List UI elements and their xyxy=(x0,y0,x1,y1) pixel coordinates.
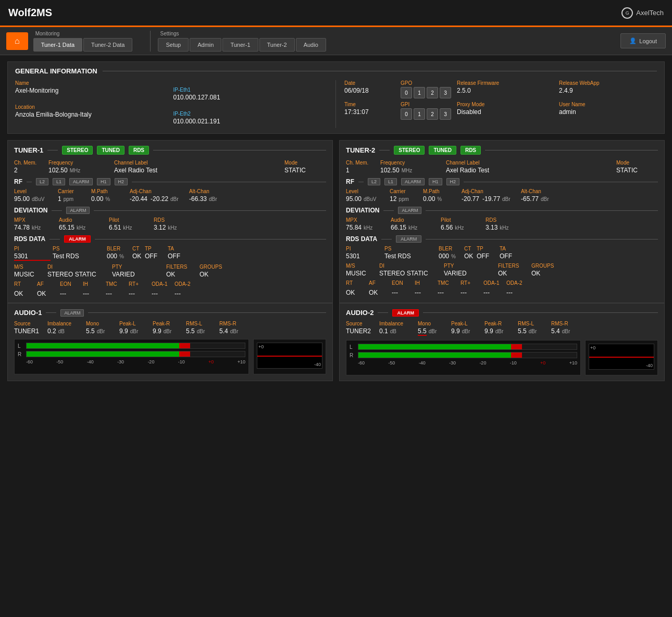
tab-tuner2-data[interactable]: Tuner-2 Data xyxy=(83,38,132,52)
brand: G AxelTech xyxy=(621,7,664,19)
t1-mode-value: STATIC xyxy=(284,167,326,174)
settings-tabs: Setup Admin Tuner-1 Tuner-2 Audio xyxy=(158,38,326,52)
t2-pilot-unit: kHz xyxy=(455,225,464,231)
t1-ta-label: TA xyxy=(168,246,189,251)
t1-tp-value: OFF xyxy=(145,253,166,260)
t1-pilot-value: 6.51 xyxy=(109,224,121,231)
t2-mpx-unit: kHz xyxy=(364,225,372,231)
gpo-btn-3[interactable]: 3 xyxy=(440,87,451,98)
t1-rds-alarm-badge: ALARM xyxy=(64,235,91,243)
tab-setup[interactable]: Setup xyxy=(158,38,189,52)
a2-peakl-value: 9.9 xyxy=(451,328,460,335)
gpi-btn-2[interactable]: 2 xyxy=(427,108,438,120)
t2-pi-label: PI xyxy=(346,246,382,251)
audio1-line2 xyxy=(88,312,326,313)
tuner2-tuned-badge: TUNED xyxy=(429,146,456,155)
audio1-r-track xyxy=(26,351,245,357)
t1-freq-label: Frequency xyxy=(48,160,111,166)
a2-imbal-label: Imbalance xyxy=(379,321,416,326)
t2-rtplus-label: RT+ xyxy=(461,280,481,286)
tuner2-rds-row3: RT AF EON IH TMC RT+ ODA-1 ODA-2 xyxy=(346,280,658,287)
t2-groups-value: OK xyxy=(531,270,563,277)
gpo-btn-0[interactable]: 0 xyxy=(401,87,412,98)
tab-tuner2[interactable]: Tuner-2 xyxy=(259,38,295,52)
t2-adjchan-unit: dBr xyxy=(502,196,511,202)
brand-name: AxelTech xyxy=(636,9,664,17)
name-value: Axel-Monitoring xyxy=(15,87,169,101)
home-button[interactable]: ⌂ xyxy=(6,32,28,50)
tab-tuner1[interactable]: Tuner-1 xyxy=(222,38,258,52)
audio1-l-alarm xyxy=(179,343,190,348)
t1-ct-label: CT xyxy=(132,246,143,251)
tab-audio[interactable]: Audio xyxy=(296,38,326,52)
tab-admin[interactable]: Admin xyxy=(190,38,221,52)
audio1-l-bar: L xyxy=(18,343,245,349)
t2-rf-line1 xyxy=(358,182,364,182)
t2-adjchan-label: Adj-Chan xyxy=(462,188,519,194)
tuner1-rds-row1: PI 5301 PS Test RDS BLER 000 % CT OK xyxy=(14,246,326,261)
t2-rf-h1: H1 xyxy=(429,178,442,185)
t2-oda2-value: --- xyxy=(506,289,527,296)
gpi-btn-1[interactable]: 1 xyxy=(414,108,425,120)
t1-eon-label: EON xyxy=(60,281,81,287)
audio1-r-label: R xyxy=(18,351,24,357)
a2-peakr-label: Peak-R xyxy=(484,321,516,326)
audio1-meters: L R -60 xyxy=(14,339,326,374)
t1-dev-title: DEVIATION xyxy=(14,207,47,214)
a2-source-label: Source xyxy=(346,321,377,326)
t1-carrier-value: 1 xyxy=(58,195,61,203)
a2-rmsr-label: RMS-R xyxy=(551,321,582,326)
t2-eon-value: --- xyxy=(392,289,413,296)
audio2-r-track xyxy=(358,352,577,358)
a2-rmsl-label: RMS-L xyxy=(518,321,549,326)
t1-freq-unit: MHz xyxy=(70,168,81,173)
audio1-peak-track: +0 -40 xyxy=(257,343,322,369)
tab-tuner1-data[interactable]: Tuner-1 Data xyxy=(33,38,82,52)
audio2-l-label: L xyxy=(350,344,356,350)
ip-eth1-label: IP-Eth1 xyxy=(173,87,328,93)
audio1-peak-minus40: -40 xyxy=(314,362,321,367)
t1-rds-line2 xyxy=(95,239,326,240)
t1-pi-value: 5301 xyxy=(14,253,51,261)
audio-grid: AUDIO-1 ALARM Source TUNER1 Imbalance 0.… xyxy=(7,303,665,381)
t2-filters-value: OK xyxy=(498,270,529,277)
t2-tp-value: OFF xyxy=(477,253,497,260)
gpi-buttons: 0 1 2 3 xyxy=(401,108,453,120)
t2-rf-title: RF xyxy=(346,178,354,185)
a1-peakr-value: 9.9 xyxy=(153,328,161,335)
gpi-btn-0[interactable]: 0 xyxy=(401,108,412,120)
gi-right-row2: Time 17:31:07 GPI 0 1 2 3 Proxy Mode xyxy=(344,102,657,120)
t2-rds-line1 xyxy=(381,239,392,240)
audio1-alarm-badge: ALARM xyxy=(60,309,84,317)
gi-right-row1: Date 06/09/18 GPO 0 1 2 3 Release Firm xyxy=(344,80,657,98)
t1-chlabel-value: Axel Radio Test xyxy=(114,167,281,174)
t2-mpath-unit: % xyxy=(437,196,442,202)
gpo-label: GPO xyxy=(401,80,453,86)
t2-pilot-label: Pilot xyxy=(441,217,482,223)
monitoring-label: Monitoring xyxy=(33,31,133,36)
logout-button[interactable]: 👤 Logout xyxy=(620,33,666,48)
gpo-btn-2[interactable]: 2 xyxy=(427,87,438,98)
tuner2-dev-header: DEVIATION ALARM xyxy=(346,207,658,214)
t1-ms-label: M/S xyxy=(14,264,45,270)
t2-chmem-label: Ch. Mem. xyxy=(346,160,377,166)
t1-carrier-unit: ppm xyxy=(64,196,73,202)
t1-audio-dev-value: 65.15 xyxy=(59,224,74,231)
t2-rf-line2 xyxy=(464,182,658,182)
gpi-btn-3[interactable]: 3 xyxy=(440,108,451,120)
gpo-btn-1[interactable]: 1 xyxy=(414,87,425,98)
t1-oda1-value: --- xyxy=(152,290,172,297)
t1-pilot-unit: kHz xyxy=(123,225,132,231)
t1-pi-label: PI xyxy=(14,246,51,251)
audio2-l-track xyxy=(358,344,577,350)
t1-level-value: 95.00 xyxy=(14,195,30,203)
t2-mpath-label: M.Path xyxy=(423,188,459,194)
t2-bler-label: BLER xyxy=(439,246,462,251)
t2-ct-value: OK xyxy=(464,253,475,260)
t2-rf-h2: H2 xyxy=(446,178,460,185)
audio1-l-track xyxy=(26,343,245,349)
tuner1-rds-badge: RDS xyxy=(129,146,149,155)
audio2-l-alarm xyxy=(511,344,522,349)
t2-freq-unit: MHz xyxy=(402,168,413,173)
t1-oda2-label: ODA-2 xyxy=(175,281,195,287)
